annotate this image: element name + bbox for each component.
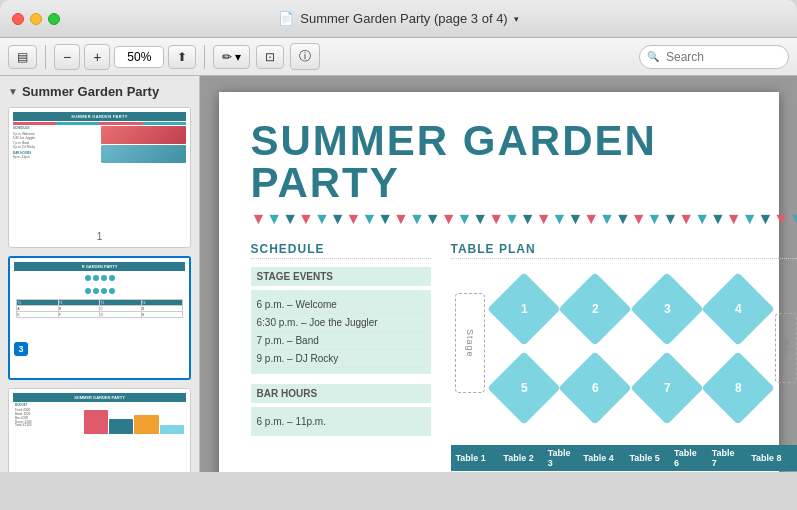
zoom-level[interactable]: 50%	[114, 46, 164, 68]
sidebar-title: Summer Garden Party	[22, 84, 159, 99]
table-row: Chris Dee Cat Pravin Charlie Nicola Mike…	[451, 471, 798, 472]
col-header-6: Table 6	[669, 445, 707, 471]
seats-header-row: Table 1 Table 2 Table 3 Table 4 Table 5 …	[451, 445, 798, 471]
sidebar-header[interactable]: ▼ Summer Garden Party	[8, 84, 191, 99]
minimize-button[interactable]	[30, 13, 42, 25]
page-thumbnail-1[interactable]: SUMMER GARDEN PARTY SCHEDULE 6 p.m. Welc…	[8, 107, 191, 248]
dot8	[109, 288, 115, 294]
table-shape-4: 4	[706, 273, 769, 344]
event-4: 9 p.m. – DJ Rocky	[257, 350, 425, 368]
dot6	[93, 288, 99, 294]
diamond-8: 8	[701, 351, 775, 425]
pen-icon: ✏	[222, 50, 232, 64]
bar-label: Bar	[775, 313, 797, 383]
search-wrapper[interactable]	[639, 45, 789, 69]
cell: Nicola	[669, 471, 707, 472]
thumb3-body: BUDGET Food: £500 Band: £200 Bar: £300 D…	[13, 402, 186, 472]
page-thumbnail-4[interactable]: SUMMER GARDEN PARTY BUDGET Food: £500 Ba…	[8, 388, 191, 472]
col-header-3: Table 3	[543, 445, 579, 471]
table-num-2: 2	[592, 302, 599, 316]
table-num-4: 4	[734, 302, 741, 316]
stage-events-title: STAGE EVENTS	[251, 267, 431, 286]
cell: Cat	[543, 471, 579, 472]
search-input[interactable]	[639, 45, 789, 69]
dot7	[101, 288, 107, 294]
separator-1	[45, 45, 46, 69]
table-shape-1: 1	[493, 273, 556, 344]
col-header-1: Table 1	[451, 445, 499, 471]
thumb1-zigzag	[13, 122, 186, 125]
table-num-8: 8	[734, 381, 741, 395]
info-button[interactable]: ⓘ	[290, 43, 320, 70]
page-number-1: 1	[9, 231, 190, 242]
stage-label: Stage	[455, 293, 485, 393]
table-num-3: 3	[663, 302, 670, 316]
diamond-2: 2	[559, 272, 633, 346]
traffic-lights	[12, 13, 60, 25]
event-2: 6:30 p.m. – Joe the Juggler	[257, 314, 425, 332]
pen-button[interactable]: ✏ ▾	[213, 45, 250, 69]
sidebar-toggle-button[interactable]: ▤	[8, 45, 37, 69]
thumb3-title: SUMMER GARDEN PARTY	[13, 393, 186, 402]
col-header-2: Table 2	[498, 445, 542, 471]
thumb3-chart	[84, 404, 184, 434]
table-shape-5: 5	[493, 352, 556, 423]
thumb2-title: R GARDEN PARTY	[14, 262, 185, 271]
table-num-6: 6	[592, 381, 599, 395]
event-3: 7 p.m. – Band	[257, 332, 425, 350]
diamond-1: 1	[487, 272, 561, 346]
dot5	[85, 288, 91, 294]
schedule-events-box: 6 p.m. – Welcome 6:30 p.m. – Joe the Jug…	[251, 290, 431, 374]
chevron-down-icon: ▼	[8, 86, 18, 97]
maximize-button[interactable]	[48, 13, 60, 25]
cell: Pravin	[578, 471, 624, 472]
thumb1-right	[101, 126, 187, 224]
title-dropdown-icon[interactable]: ▾	[514, 14, 519, 24]
toolbar-right: ✏ ▾ ⊡ ⓘ	[213, 43, 320, 70]
schedule-column: SCHEDULE STAGE EVENTS 6 p.m. – Welcome 6…	[251, 242, 431, 472]
markup-button[interactable]: ⊡	[256, 45, 284, 69]
thumb1-body: SCHEDULE 6 p.m. Welcome 6:30 Joe Juggler…	[13, 126, 186, 224]
zigzag-decoration: ▼▼▼▼▼▼▼▼▼▼▼▼▼▼▼▼▼▼▼▼▼▼▼▼▼▼▼▼▼▼▼▼▼▼▼▼▼▼▼▼…	[251, 210, 747, 228]
share-icon: ⬆	[177, 50, 187, 64]
document-page: SUMMER GARDEN PARTY ▼▼▼▼▼▼▼▼▼▼▼▼▼▼▼▼▼▼▼▼…	[219, 92, 779, 472]
bar-hours-title: BAR HOURS	[251, 384, 431, 403]
cell: Chris	[451, 471, 499, 472]
bar-hours-text: 6 p.m. – 11p.m.	[257, 413, 425, 430]
active-badge: 3	[14, 342, 28, 356]
diamond-5: 5	[487, 351, 561, 425]
dot1	[85, 275, 91, 281]
cell: Gordon	[746, 471, 797, 472]
sidebar: ▼ Summer Garden Party SUMMER GARDEN PART…	[0, 76, 200, 472]
dot3	[101, 275, 107, 281]
diamond-4: 4	[701, 272, 775, 346]
thumb2-table: T1T2T3T4 ABCD EFGH	[16, 299, 183, 318]
schedule-heading: SCHEDULE	[251, 242, 431, 259]
seats-table: Table 1 Table 2 Table 3 Table 4 Table 5 …	[451, 445, 798, 472]
thumb1-image1	[101, 126, 187, 144]
pen-dropdown-icon: ▾	[235, 50, 241, 64]
thumb2-dots-row1	[16, 275, 183, 281]
thumb1-left: SCHEDULE 6 p.m. Welcome 6:30 Joe Juggler…	[13, 126, 99, 224]
share-button[interactable]: ⬆	[168, 45, 196, 69]
close-button[interactable]	[12, 13, 24, 25]
tableplan-heading: TABLE PLAN	[451, 242, 798, 259]
thumb-content-4: SUMMER GARDEN PARTY BUDGET Food: £500 Ba…	[9, 389, 190, 472]
table-num-1: 1	[521, 302, 528, 316]
markup-icon: ⊡	[265, 50, 275, 64]
zoom-in-button[interactable]: +	[84, 44, 110, 70]
title-bar: 📄 Summer Garden Party (page 3 of 4) ▾	[0, 0, 797, 38]
dot2	[93, 275, 99, 281]
zoom-out-button[interactable]: −	[54, 44, 80, 70]
separator-2	[204, 45, 205, 69]
table-num-7: 7	[663, 381, 670, 395]
info-icon: ⓘ	[299, 48, 311, 65]
diamond-6: 6	[559, 351, 633, 425]
diamond-3: 3	[630, 272, 704, 346]
page-thumbnail-3[interactable]: R GARDEN PARTY T1T2T	[8, 256, 191, 380]
table-shape-7: 7	[635, 352, 698, 423]
thumb1-image2	[101, 145, 187, 163]
toolbar: ▤ − + 50% ⬆ ✏ ▾ ⊡ ⓘ	[0, 38, 797, 76]
table-shape-6: 6	[564, 352, 627, 423]
col-header-4: Table 4	[578, 445, 624, 471]
